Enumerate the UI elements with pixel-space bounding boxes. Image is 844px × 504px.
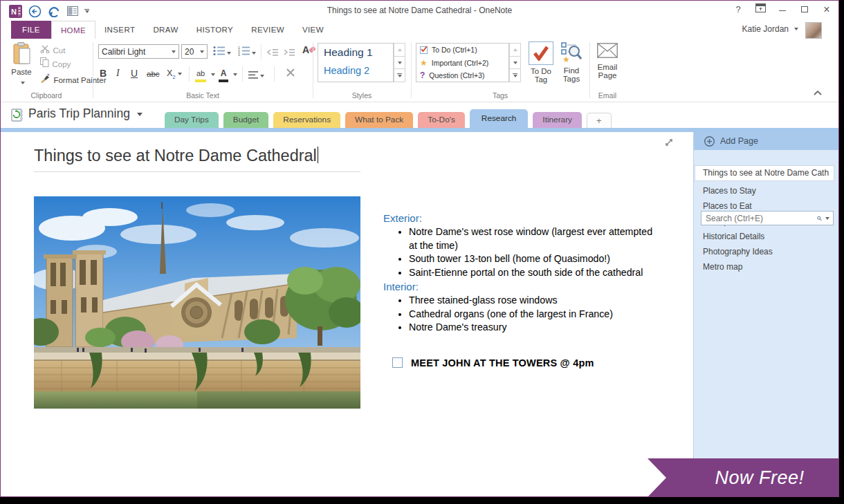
section-tab-what-to-pack[interactable]: What to Pack bbox=[345, 112, 413, 128]
underline-button[interactable]: U bbox=[131, 68, 138, 79]
exterior-heading[interactable]: Exterior: bbox=[383, 212, 674, 224]
back-icon[interactable] bbox=[28, 5, 42, 18]
tab-view[interactable]: VIEW bbox=[293, 21, 333, 39]
pages-sidebar: Add Page Things to see at Notre Dame Cat… bbox=[693, 132, 838, 496]
tab-home[interactable]: HOME bbox=[51, 21, 95, 39]
svg-text:N: N bbox=[11, 8, 17, 16]
interior-heading[interactable]: Interior: bbox=[383, 281, 674, 292]
search-input[interactable] bbox=[701, 214, 817, 223]
close-icon[interactable]: × bbox=[820, 3, 833, 16]
clear-formatting-button[interactable]: A bbox=[302, 44, 316, 59]
find-tags-button[interactable]: ★ FindTags bbox=[558, 41, 585, 83]
italic-button[interactable]: I bbox=[116, 68, 120, 79]
section-tab-budget[interactable]: Budget bbox=[223, 112, 268, 128]
tab-file[interactable]: FILE bbox=[11, 21, 51, 39]
todo-tag-checkbox[interactable] bbox=[392, 357, 403, 368]
page-item[interactable]: Places to Stay bbox=[695, 183, 838, 198]
bold-button[interactable]: B bbox=[100, 68, 107, 79]
account-avatar[interactable] bbox=[805, 22, 822, 39]
onenote-app-icon[interactable]: N bbox=[9, 5, 22, 18]
email-group-label: Email bbox=[590, 91, 625, 100]
page-item[interactable]: Photography Ideas bbox=[695, 244, 838, 259]
section-tab-research[interactable]: Research bbox=[470, 109, 529, 128]
copy-button[interactable]: Copy bbox=[40, 57, 71, 70]
collapse-ribbon-icon[interactable] bbox=[814, 86, 822, 98]
increase-indent-button[interactable] bbox=[284, 47, 295, 59]
add-section-tab[interactable]: + bbox=[587, 113, 612, 128]
section-tab-itinerary[interactable]: Itinerary bbox=[533, 112, 582, 128]
clear-formatting-icon: A bbox=[302, 44, 316, 56]
search-icon[interactable] bbox=[817, 214, 822, 223]
styles-gallery[interactable]: Heading 1 Heading 2 bbox=[318, 43, 394, 82]
notre-dame-photo[interactable] bbox=[34, 196, 360, 409]
notebook-name[interactable]: Paris Trip Planning bbox=[28, 106, 143, 121]
tab-review[interactable]: REVIEW bbox=[242, 21, 293, 39]
tab-history[interactable]: HISTORY bbox=[187, 21, 243, 39]
tags-gallery[interactable]: To Do (Ctrl+1) ★ Important (Ctrl+2) ? Qu… bbox=[416, 43, 509, 82]
bullet-item[interactable]: Notre Dame's west rose window (largest e… bbox=[409, 225, 660, 252]
style-heading1[interactable]: Heading 1 bbox=[318, 44, 393, 62]
paragraph-alignment-button[interactable] bbox=[248, 69, 264, 82]
decrease-indent-button[interactable] bbox=[267, 47, 278, 59]
subscript-button[interactable]: X2 bbox=[167, 68, 182, 80]
section-tab-reservations[interactable]: Reservations bbox=[273, 112, 340, 128]
font-name-select[interactable]: Calibri Light bbox=[98, 44, 179, 59]
page-item[interactable]: Metro map bbox=[695, 259, 838, 274]
todo-tag-check-icon bbox=[533, 46, 549, 61]
minimize-icon[interactable] bbox=[776, 3, 789, 16]
add-page-button[interactable]: Add Page bbox=[694, 132, 838, 150]
section-tab-day-trips[interactable]: Day Trips bbox=[165, 112, 219, 128]
notebook-sync-icon bbox=[10, 109, 24, 122]
delete-x-icon[interactable] bbox=[286, 68, 295, 80]
font-size-select[interactable]: 20 bbox=[181, 44, 208, 59]
bullet-item[interactable]: Cathedral organs (one of the largest in … bbox=[409, 308, 660, 321]
strikethrough-button[interactable]: abc bbox=[147, 70, 160, 78]
todo-tag-text[interactable]: MEET JOHN AT THE TOWERS @ 4pm bbox=[411, 357, 594, 368]
page-item[interactable]: Historical Details bbox=[695, 229, 838, 244]
banner-text: Now Free! bbox=[715, 467, 804, 489]
ribbon-display-options-icon[interactable] bbox=[754, 3, 767, 16]
search-scope-dropdown-icon[interactable] bbox=[825, 217, 829, 220]
style-heading2[interactable]: Heading 2 bbox=[318, 62, 393, 80]
undo-icon[interactable] bbox=[48, 6, 61, 17]
numbering-button[interactable]: 1 2 3 bbox=[238, 46, 256, 59]
search-box[interactable] bbox=[701, 211, 834, 225]
bullet-item[interactable]: Saint-Etienne portal on the south side o… bbox=[409, 266, 660, 280]
bullet-item[interactable]: Three stained-glass rose windows bbox=[409, 294, 660, 308]
highlight-button[interactable]: ab bbox=[195, 66, 206, 82]
customize-qat-icon[interactable] bbox=[84, 9, 89, 14]
onenote-window: N Things to see at Notre Dame bbox=[0, 0, 839, 497]
question-icon: ? bbox=[420, 71, 425, 80]
todo-checkbox-icon bbox=[420, 46, 428, 54]
tab-insert[interactable]: INSERT bbox=[95, 21, 144, 39]
increase-indent-icon bbox=[284, 48, 295, 57]
now-free-banner: Now Free! bbox=[648, 458, 838, 497]
cut-button[interactable]: Cut bbox=[40, 44, 65, 56]
tags-scroll-rail[interactable] bbox=[509, 43, 521, 82]
page-item-active[interactable]: Things to see at Notre Dame Cath bbox=[695, 165, 834, 181]
tag-important[interactable]: ★ Important (Ctrl+2) bbox=[416, 57, 508, 70]
styles-scroll-rail[interactable] bbox=[394, 43, 405, 82]
tag-question[interactable]: ? Question (Ctrl+3) bbox=[416, 69, 508, 82]
font-color-button[interactable]: A bbox=[219, 66, 228, 82]
maximize-icon[interactable] bbox=[798, 3, 811, 16]
bullets-button[interactable] bbox=[213, 46, 231, 59]
page-canvas[interactable]: Things to see at Notre Dame Cathedral bbox=[1, 132, 693, 496]
email-page-button[interactable]: EmailPage bbox=[593, 43, 622, 80]
bullet-item[interactable]: South tower 13-ton bell (home of Quasimo… bbox=[409, 252, 660, 266]
bullet-item[interactable]: Notre Dame's treasury bbox=[409, 321, 660, 335]
dock-to-desktop-icon[interactable] bbox=[67, 6, 78, 16]
format-painter-button[interactable]: Format Painter bbox=[40, 73, 107, 86]
help-icon[interactable]: ? bbox=[732, 3, 744, 16]
tag-todo[interactable]: To Do (Ctrl+1) bbox=[416, 44, 508, 57]
full-page-view-icon[interactable] bbox=[664, 138, 674, 150]
account-name[interactable]: Katie Jordan bbox=[742, 24, 798, 34]
section-tab-to-dos[interactable]: To-Do's bbox=[418, 112, 465, 128]
paste-button[interactable]: ​Paste bbox=[8, 42, 35, 88]
todo-tag-button[interactable]: To DoTag bbox=[526, 41, 556, 84]
page-title[interactable]: Things to see at Notre Dame Cathedral bbox=[34, 147, 318, 165]
title-bar: N Things to see at Notre Dame bbox=[1, 1, 838, 21]
tab-draw[interactable]: DRAW bbox=[144, 21, 187, 39]
notes-outline[interactable]: Exterior: Notre Dame's west rose window … bbox=[383, 211, 674, 368]
notebook-nav-bar: Paris Trip Planning Day Trips Budget Res… bbox=[1, 102, 838, 128]
